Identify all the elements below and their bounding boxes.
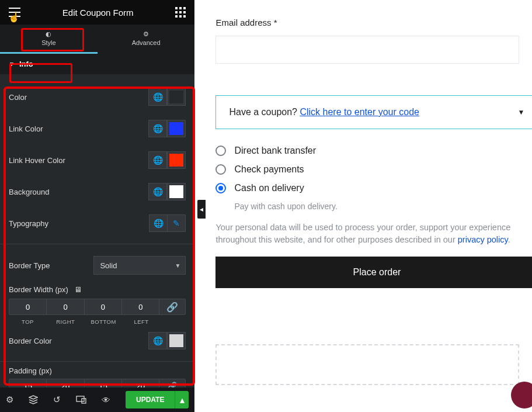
style-icon: ◐ — [46, 30, 51, 38]
update-button[interactable]: UPDATE — [126, 391, 175, 408]
payment-bank[interactable]: Direct bank transfer — [215, 146, 532, 156]
section-info-label: Info — [19, 60, 33, 68]
background-swatch[interactable] — [167, 183, 186, 200]
label-link-hover-color: Link Hover Color — [9, 156, 65, 165]
label-background: Background — [9, 188, 49, 196]
svg-rect-2 — [183, 7, 186, 9]
tab-advanced-label: Advanced — [132, 39, 161, 46]
globe-icon[interactable]: 🌐 — [148, 151, 167, 169]
globe-icon[interactable]: 🌐 — [148, 120, 167, 137]
row-border-type: Border Type Solid — [9, 249, 186, 282]
preview-icon[interactable]: 👁 — [102, 395, 110, 405]
panel-footer: ⚙ ↺ 👁 UPDATE ▴ — [0, 387, 194, 412]
border-width-headers: TOP RIGHT BOTTOM LEFT — [9, 318, 186, 325]
row-background: Background 🌐 — [9, 176, 186, 207]
link-values-icon[interactable]: 🔗 — [159, 299, 185, 314]
label-padding: Padding (px) — [9, 366, 186, 375]
globe-icon[interactable]: 🌐 — [148, 183, 167, 200]
row-link-color: Link Color 🌐 — [9, 113, 186, 144]
coupon-link[interactable]: Click here to enter your code — [300, 107, 419, 117]
link-color-swatch[interactable] — [167, 120, 186, 137]
chevron-down-icon: ▼ — [518, 108, 525, 116]
padding-inputs: 15 20 15 20 🔗 — [9, 379, 186, 387]
coupon-toggle[interactable]: Have a coupon? Click here to enter your … — [215, 95, 532, 129]
editor-panel: ☝ Edit Coupon Form ◐ Style ⚙ Advanced ▼ … — [0, 0, 194, 412]
collapse-panel-handle[interactable]: ◂ — [197, 200, 206, 219]
svg-rect-4 — [179, 11, 182, 13]
privacy-text: Your personal data will be used to proce… — [215, 221, 531, 246]
email-label: Email address * — [215, 18, 532, 27]
label-border-type: Border Type — [9, 261, 50, 270]
radio-icon — [215, 164, 226, 175]
panel-title: Edit Coupon Form — [20, 8, 175, 18]
border-type-select[interactable]: Solid — [93, 256, 186, 275]
coupon-text: Have a coupon? Click here to enter your … — [229, 107, 419, 117]
tab-style-label: Style — [41, 39, 55, 46]
payment-bank-label: Direct bank transfer — [234, 146, 316, 156]
payment-check[interactable]: Check payments — [215, 164, 532, 175]
payment-cod[interactable]: Cash on delivery — [215, 183, 532, 193]
divider — [0, 244, 194, 244]
tab-style[interactable]: ◐ Style — [0, 25, 98, 54]
globe-icon[interactable]: 🌐 — [148, 88, 167, 106]
update-dropdown[interactable]: ▴ — [175, 391, 189, 408]
padding-right[interactable]: 20 — [47, 379, 84, 387]
svg-rect-8 — [183, 15, 186, 18]
border-width-top[interactable] — [9, 299, 47, 314]
label-border-color: Border Color — [9, 337, 52, 345]
navigator-icon[interactable] — [29, 395, 38, 404]
payment-options: Direct bank transfer Check payments Cash… — [215, 146, 532, 211]
brand-badge[interactable] — [511, 382, 532, 408]
caret-down-icon: ▼ — [9, 61, 15, 67]
padding-bottom[interactable]: 15 — [85, 379, 122, 387]
svg-rect-6 — [175, 15, 178, 18]
widget-placeholder[interactable] — [215, 344, 519, 385]
desktop-icon[interactable]: 🖥 — [74, 285, 82, 294]
divider — [0, 361, 194, 362]
section-info-header[interactable]: ▼ Info — [0, 54, 194, 74]
privacy-link[interactable]: privacy policy — [458, 235, 508, 244]
border-width-bottom[interactable] — [85, 299, 122, 314]
label-color: Color — [9, 93, 27, 102]
label-border-width: Border Width (px) 🖥 — [9, 285, 186, 294]
svg-rect-3 — [175, 11, 178, 13]
link-hover-swatch[interactable] — [167, 151, 186, 169]
padding-left[interactable]: 20 — [122, 379, 159, 387]
panel-header: ☝ Edit Coupon Form — [0, 0, 194, 25]
border-color-swatch[interactable] — [167, 332, 186, 349]
padding-top[interactable]: 15 — [9, 379, 47, 387]
responsive-icon[interactable] — [76, 396, 86, 404]
globe-icon[interactable]: 🌐 — [148, 332, 167, 349]
svg-rect-0 — [175, 7, 178, 9]
email-input[interactable] — [215, 36, 519, 64]
preview-area: Email address * Have a coupon? Click her… — [194, 0, 532, 412]
history-icon[interactable]: ↺ — [53, 394, 61, 405]
menu-icon[interactable] — [9, 8, 20, 17]
apps-icon[interactable] — [175, 7, 186, 18]
globe-icon[interactable]: 🌐 — [149, 214, 168, 232]
tab-advanced[interactable]: ⚙ Advanced — [98, 25, 195, 54]
update-button-group: UPDATE ▴ — [126, 391, 189, 408]
row-color: Color 🌐 — [9, 81, 186, 113]
radio-icon — [215, 183, 226, 193]
svg-rect-1 — [179, 7, 182, 9]
edit-typography-button[interactable]: ✎ — [167, 214, 186, 232]
color-swatch[interactable] — [167, 88, 186, 106]
link-values-icon[interactable]: 🔗 — [159, 379, 185, 387]
svg-rect-5 — [183, 11, 186, 13]
payment-cod-desc: Pay with cash upon delivery. — [234, 202, 532, 211]
payment-check-label: Check payments — [234, 164, 304, 175]
payment-cod-label: Cash on delivery — [234, 183, 304, 193]
border-width-inputs: 🔗 — [9, 299, 186, 315]
place-order-button[interactable]: Place order — [215, 257, 532, 288]
radio-icon — [215, 146, 226, 156]
border-width-right[interactable] — [47, 299, 84, 314]
border-width-left[interactable] — [122, 299, 159, 314]
settings-icon[interactable]: ⚙ — [6, 394, 13, 405]
row-typography: Typography 🌐 ✎ — [9, 207, 186, 239]
gear-icon: ⚙ — [143, 30, 149, 38]
section-body: Color 🌐 Link Color 🌐 Link Hover Color 🌐 … — [0, 74, 194, 387]
border-type-value: Solid — [100, 261, 117, 270]
label-link-color: Link Color — [9, 124, 43, 133]
mode-tabs: ◐ Style ⚙ Advanced — [0, 25, 194, 54]
